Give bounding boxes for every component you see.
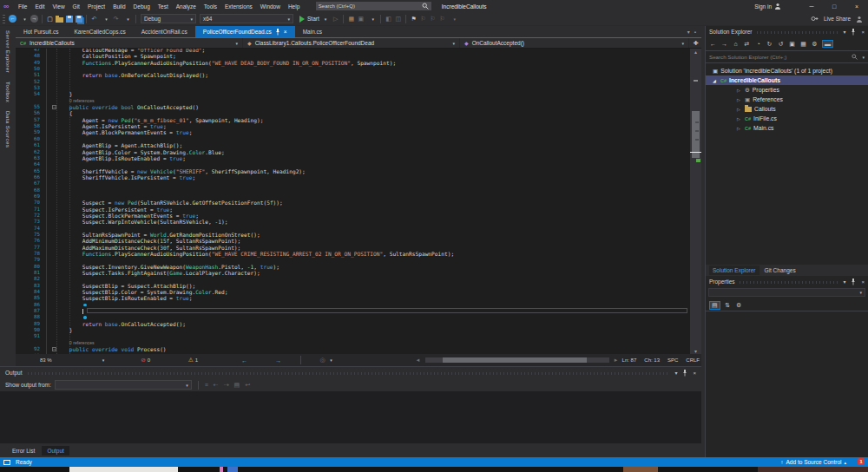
back-icon[interactable]: ← (709, 41, 717, 47)
error-count[interactable]: 0 (148, 357, 150, 363)
undo-button[interactable]: ↶ (89, 14, 99, 24)
panel-tab-git-changes[interactable]: Git Changes (761, 266, 799, 275)
sign-in-button[interactable]: Sign in (754, 3, 781, 10)
float-window-icon[interactable]: ▪ (694, 30, 696, 35)
scroll-up-icon[interactable]: ▴ (690, 49, 701, 55)
solution-explorer-header[interactable]: Solution Explorer ▾ × (706, 26, 868, 37)
suggestion-dot-icon[interactable] (83, 316, 87, 319)
pin-icon[interactable] (682, 370, 687, 377)
start-debugging-button[interactable]: Start ▾ (299, 16, 326, 23)
quick-search-box[interactable]: Search (Ctrl+Q) (316, 2, 431, 10)
save-all-button[interactable] (74, 14, 83, 24)
previous-bookmark-icon[interactable]: ⚐ (418, 14, 428, 24)
tool-tab-error-list[interactable]: Error List (7, 446, 40, 456)
horizontal-scrollbar[interactable] (425, 357, 609, 363)
search-options-dropdown[interactable]: ▾ (862, 55, 865, 60)
active-files-dropdown-icon[interactable]: ▾ (687, 29, 690, 35)
pending-changes-icon[interactable]: ▦ (346, 14, 356, 24)
home-icon[interactable]: ⌂ (732, 41, 740, 47)
project-dropdown[interactable]: C# IncredibleCallouts ▾ (16, 38, 243, 48)
output-panel-header[interactable]: Output ▾ × (0, 367, 701, 378)
tab-accidentonrail.cs[interactable]: AccidentOnRail.cs (134, 26, 195, 37)
bookmark-icon[interactable]: ⚑ (409, 14, 418, 24)
project-node[interactable]: ◢C#IncredibleCallouts (706, 75, 868, 85)
update-icon[interactable]: ↺ (777, 41, 785, 48)
solution-node[interactable]: ▣Solution 'IncredibleCallouts' (1 of 1 p… (706, 66, 868, 75)
collapse-arrow-icon[interactable]: ▷ (737, 97, 742, 102)
properties-header[interactable]: Properties ▾ × (706, 276, 868, 287)
menu-project[interactable]: Project (83, 3, 108, 10)
navigate-back-dropdown[interactable]: ▾ (20, 14, 30, 24)
source-control-dropdown-icon[interactable]: ▴ (844, 460, 846, 465)
side-tab-server-explorer[interactable]: Server Explorer (5, 30, 11, 73)
menu-build[interactable]: Build (109, 3, 129, 10)
fold-toggle-icon[interactable]: − (52, 347, 56, 351)
solution-configuration-combo[interactable]: Debug▾ (141, 14, 196, 23)
menu-help[interactable]: Help (284, 3, 303, 10)
next-issue-icon[interactable]: → (275, 357, 281, 364)
error-icon[interactable]: ⊘ (141, 357, 145, 364)
minimize-button[interactable]: ─ (800, 3, 823, 10)
redo-dropdown[interactable]: ▾ (123, 14, 133, 24)
properties-icon[interactable]: ⚙ (811, 41, 819, 48)
tab-hot-pursuit.cs[interactable]: Hot Pursuit.cs (16, 26, 66, 37)
next-bookmark-icon[interactable]: ⚐ (428, 14, 437, 24)
go-to-next-message-icon[interactable]: ⇢ (224, 382, 229, 389)
menu-debug[interactable]: Debug (129, 3, 154, 10)
pending-changes-filter-icon[interactable]: ◔ (754, 41, 762, 47)
output-content[interactable] (0, 391, 701, 443)
editor-layout-icon[interactable]: ◧ (384, 14, 393, 24)
sync-with-active-document-icon[interactable]: ⇄ (743, 41, 751, 48)
previous-issue-icon[interactable]: ← (241, 357, 247, 364)
scrollbar-thumb[interactable] (692, 111, 700, 158)
expand-arrow-icon[interactable]: ◢ (713, 78, 718, 83)
menu-tools[interactable]: Tools (200, 3, 220, 10)
window-position-dropdown-icon[interactable]: ▾ (674, 370, 677, 376)
tab-policeofficerfounddead.cs[interactable]: PoliceOfficerFoundDead.cs× (195, 26, 295, 37)
hscroll-right-icon[interactable]: ▸ (611, 355, 621, 365)
clear-all-icon[interactable]: ▤ (234, 382, 240, 389)
close-tab-icon[interactable]: × (284, 29, 287, 35)
tree-item-properties[interactable]: ▷⚙Properties (706, 85, 868, 95)
notification-bell-button[interactable]: 1 (856, 458, 865, 466)
tree-item-callouts[interactable]: ▷Callouts (706, 104, 868, 114)
refresh-icon[interactable]: ↻ (766, 41, 773, 48)
column-indicator[interactable]: Ch: 13 (644, 357, 660, 363)
collapse-arrow-icon[interactable]: ▷ (737, 107, 742, 112)
new-project-button[interactable]: ▢ (45, 14, 55, 24)
editor-layout-alt-icon[interactable]: ◫ (393, 14, 403, 24)
menu-file[interactable]: File (14, 3, 30, 10)
live-share-button[interactable]: Live Share (824, 16, 851, 22)
suggestion-dot-icon[interactable] (83, 304, 87, 307)
tab-karencalledcops.cs[interactable]: KarenCalledCops.cs (66, 26, 133, 37)
window-position-dropdown-icon[interactable]: ▾ (843, 29, 845, 35)
document-health-dropdown[interactable]: ▾ (330, 357, 332, 363)
toolbar-drag-handle[interactable] (3, 15, 5, 23)
menu-test[interactable]: Test (154, 3, 172, 10)
panel-tab-solution-explorer[interactable]: Solution Explorer (709, 266, 760, 275)
menu-analyze[interactable]: Analyze (172, 3, 200, 10)
screenshot-icon[interactable]: ▣ (356, 14, 365, 24)
categorized-view-icon[interactable]: ▤ (709, 301, 720, 310)
find-message-icon[interactable]: ≡ (205, 382, 208, 389)
solution-platform-combo[interactable]: x64▾ (200, 14, 293, 23)
output-source-combo[interactable]: ▾ (55, 380, 192, 390)
scroll-down-icon[interactable]: ▾ (690, 348, 701, 354)
maximize-button[interactable]: □ (823, 3, 845, 10)
close-icon[interactable]: × (861, 30, 865, 35)
space-mode-indicator[interactable]: SPC (667, 357, 678, 363)
type-dropdown[interactable]: ◆ ClassLibrary1.Callouts.PoliceOfficerFo… (243, 38, 460, 48)
member-dropdown[interactable]: ◆ OnCalloutAccepted() ▾ (460, 38, 689, 48)
zoom-level[interactable]: 83 % (40, 357, 52, 363)
navigate-forward-button[interactable]: → (30, 14, 39, 24)
toolbar-overflow-dropdown[interactable]: ▾ (450, 14, 459, 24)
attach-to-process-icon[interactable]: ▷ (331, 14, 340, 24)
screenshot-dropdown[interactable]: ▾ (368, 14, 378, 24)
collapse-arrow-icon[interactable]: ▷ (737, 88, 742, 93)
pin-icon[interactable] (851, 279, 856, 285)
codelens-references[interactable]: 0 references (43, 98, 95, 104)
line-indicator[interactable]: Ln: 87 (622, 357, 637, 363)
tree-item-references[interactable]: ▷▣References (706, 95, 868, 104)
redo-button[interactable]: ↷ (111, 14, 121, 24)
code-editor[interactable]: 47CalloutMessage = "Officer Found Dead";… (16, 49, 690, 354)
